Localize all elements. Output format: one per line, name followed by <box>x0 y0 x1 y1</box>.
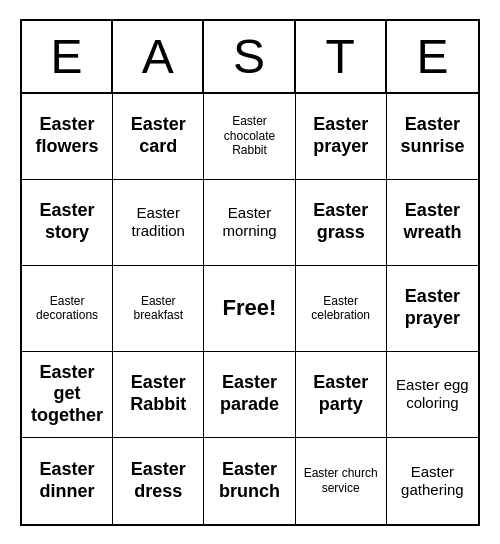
bingo-header: EASTE <box>22 21 478 94</box>
bingo-cell-23: Easter church service <box>296 438 387 524</box>
bingo-cell-15: Easter get together <box>22 352 113 438</box>
bingo-cell-5: Easter story <box>22 180 113 266</box>
header-letter-t-3: T <box>296 21 387 92</box>
header-letter-e-0: E <box>22 21 113 92</box>
bingo-cell-7: Easter morning <box>204 180 295 266</box>
bingo-card: EASTE Easter flowersEaster cardEaster ch… <box>20 19 480 526</box>
bingo-cell-9: Easter wreath <box>387 180 478 266</box>
bingo-cell-16: Easter Rabbit <box>113 352 204 438</box>
bingo-cell-11: Easter breakfast <box>113 266 204 352</box>
header-letter-a-1: A <box>113 21 204 92</box>
bingo-cell-14: Easter prayer <box>387 266 478 352</box>
header-letter-e-4: E <box>387 21 478 92</box>
bingo-cell-19: Easter egg coloring <box>387 352 478 438</box>
bingo-cell-2: Easter chocolate Rabbit <box>204 94 295 180</box>
bingo-cell-1: Easter card <box>113 94 204 180</box>
header-letter-s-2: S <box>204 21 295 92</box>
bingo-cell-0: Easter flowers <box>22 94 113 180</box>
bingo-cell-12: Free! <box>204 266 295 352</box>
bingo-cell-10: Easter decorations <box>22 266 113 352</box>
bingo-cell-13: Easter celebration <box>296 266 387 352</box>
bingo-cell-22: Easter brunch <box>204 438 295 524</box>
bingo-cell-6: Easter tradition <box>113 180 204 266</box>
bingo-cell-20: Easter dinner <box>22 438 113 524</box>
bingo-cell-3: Easter prayer <box>296 94 387 180</box>
bingo-grid: Easter flowersEaster cardEaster chocolat… <box>22 94 478 524</box>
bingo-cell-24: Easter gathering <box>387 438 478 524</box>
bingo-cell-21: Easter dress <box>113 438 204 524</box>
bingo-cell-18: Easter party <box>296 352 387 438</box>
bingo-cell-8: Easter grass <box>296 180 387 266</box>
bingo-cell-4: Easter sunrise <box>387 94 478 180</box>
bingo-cell-17: Easter parade <box>204 352 295 438</box>
